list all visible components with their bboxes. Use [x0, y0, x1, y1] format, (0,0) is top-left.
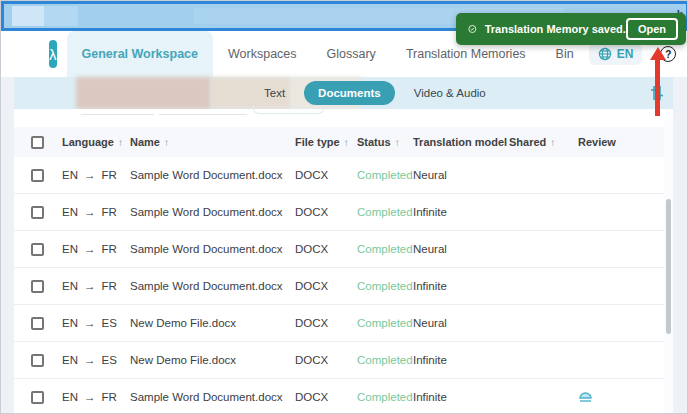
target-language: FR [101, 169, 116, 181]
row-checkbox[interactable] [31, 317, 44, 330]
target-language: FR [101, 280, 116, 292]
file-name: New Demo File.docx [130, 354, 295, 366]
column-header-translation-model[interactable]: Translation model↑ [413, 136, 509, 148]
status-label: Completed [357, 243, 413, 255]
row-checkbox[interactable] [31, 243, 44, 256]
table-row[interactable]: EN→FR Sample Word Document.docx DOCX Com… [14, 157, 673, 194]
source-language: EN [62, 391, 78, 403]
tab-video-audio[interactable]: Video & Audio [401, 87, 499, 99]
row-checkbox[interactable] [31, 280, 44, 293]
sort-arrow-icon: ↑ [118, 137, 123, 148]
file-name: Sample Word Document.docx [130, 169, 295, 181]
vertical-scrollbar[interactable] [664, 119, 673, 414]
sort-arrow-icon: ↑ [344, 137, 349, 148]
translation-model: Infinite [413, 354, 509, 366]
tab-documents[interactable]: Documents [304, 81, 395, 105]
column-header-file-type[interactable]: File type↑ [295, 136, 357, 148]
column-header-shared[interactable]: Shared↑ [509, 136, 564, 148]
file-type: DOCX [295, 169, 357, 181]
toast-message: Translation Memory saved. [485, 23, 626, 35]
source-language: EN [62, 243, 78, 255]
toast-open-button[interactable]: Open [626, 18, 678, 40]
translation-model: Neural [413, 169, 509, 181]
left-gutter [1, 77, 14, 414]
language-label: EN [617, 47, 634, 61]
content-type-bar: Text Documents Video & Audio [14, 77, 673, 109]
tab-text[interactable]: Text [251, 87, 298, 99]
table-row[interactable]: EN→FR Sample Word Document.docx DOCX Com… [14, 268, 673, 305]
language-arrow-icon: → [84, 391, 96, 403]
redacted-tab-block [12, 6, 44, 26]
table-header-row: Language↑ Name↑ File type↑ Status↑ Trans… [14, 127, 673, 157]
column-header-name[interactable]: Name↑ [130, 136, 295, 148]
language-arrow-icon: → [84, 243, 96, 255]
status-label: Completed [357, 280, 413, 292]
redacted-block [76, 77, 211, 109]
translation-model: Neural [413, 317, 509, 329]
file-type: DOCX [295, 317, 357, 329]
check-circle-icon [468, 21, 477, 37]
divider [81, 114, 154, 115]
file-type: DOCX [295, 280, 357, 292]
file-name: Sample Word Document.docx [130, 391, 295, 403]
sort-arrow-icon: ↑ [550, 137, 555, 148]
annotation-arrow-icon [649, 47, 666, 116]
source-language: EN [62, 354, 78, 366]
redacted-tab-block [44, 6, 78, 26]
language-arrow-icon: → [84, 354, 96, 366]
language-arrow-icon: → [84, 280, 96, 292]
source-language: EN [62, 317, 78, 329]
sort-arrow-icon: ↑ [395, 137, 400, 148]
nav-tab-glossary[interactable]: Glossary [312, 31, 391, 77]
row-checkbox[interactable] [31, 206, 44, 219]
table-row[interactable]: EN→FR Sample Word Document.docx DOCX Com… [14, 194, 673, 231]
table-row[interactable]: EN→FR Sample Word Document.docx DOCX Com… [14, 231, 673, 268]
source-language: EN [62, 169, 78, 181]
status-label: Completed [357, 317, 413, 329]
status-label: Completed [357, 206, 413, 218]
row-checkbox[interactable] [31, 169, 44, 182]
toast-notification: Translation Memory saved. Open [456, 13, 686, 45]
column-header-language[interactable]: Language↑ [62, 136, 130, 148]
review-cell [564, 390, 673, 405]
table-row[interactable]: EN→ES New Demo File.docx DOCX Completed … [14, 342, 673, 379]
documents-table: Language↑ Name↑ File type↑ Status↑ Trans… [14, 119, 673, 414]
status-label: Completed [357, 169, 413, 181]
language-selector[interactable]: EN [589, 43, 643, 65]
remnant-row [14, 109, 673, 119]
file-name: Sample Word Document.docx [130, 206, 295, 218]
file-type: DOCX [295, 391, 357, 403]
select-all-checkbox[interactable] [31, 136, 44, 149]
target-language: FR [101, 391, 116, 403]
translation-model: Infinite [413, 206, 509, 218]
divider [159, 114, 247, 115]
table-row[interactable]: EN→FR Sample Word Document.docx DOCX Com… [14, 379, 673, 414]
language-arrow-icon: → [84, 169, 96, 181]
app-window: k λ General Workspace Workspaces Glossar… [0, 0, 688, 414]
nav-tab-workspaces[interactable]: Workspaces [213, 31, 312, 77]
row-checkbox[interactable] [31, 354, 44, 367]
column-header-status[interactable]: Status↑ [357, 136, 413, 148]
scrollbar-thumb[interactable] [666, 199, 671, 334]
file-name: Sample Word Document.docx [130, 243, 295, 255]
target-language: ES [101, 317, 116, 329]
translation-model: Neural [413, 243, 509, 255]
translation-model: Infinite [413, 280, 509, 292]
translation-model: Infinite [413, 391, 509, 403]
active-tab-outline [253, 105, 324, 114]
row-checkbox[interactable] [31, 391, 44, 404]
target-language: FR [101, 206, 116, 218]
right-gutter [673, 77, 688, 414]
table-row[interactable]: EN→ES New Demo File.docx DOCX Completed … [14, 305, 673, 342]
app-logo: λ [49, 40, 57, 68]
nav-tab-general-workspace[interactable]: General Workspace [67, 31, 214, 77]
source-language: EN [62, 206, 78, 218]
file-type: DOCX [295, 354, 357, 366]
column-header-review: Review [564, 136, 673, 148]
review-eject-icon[interactable] [578, 390, 593, 403]
source-language: EN [62, 280, 78, 292]
file-name: New Demo File.docx [130, 317, 295, 329]
language-arrow-icon: → [84, 206, 96, 218]
file-type: DOCX [295, 206, 357, 218]
target-language: ES [101, 354, 116, 366]
